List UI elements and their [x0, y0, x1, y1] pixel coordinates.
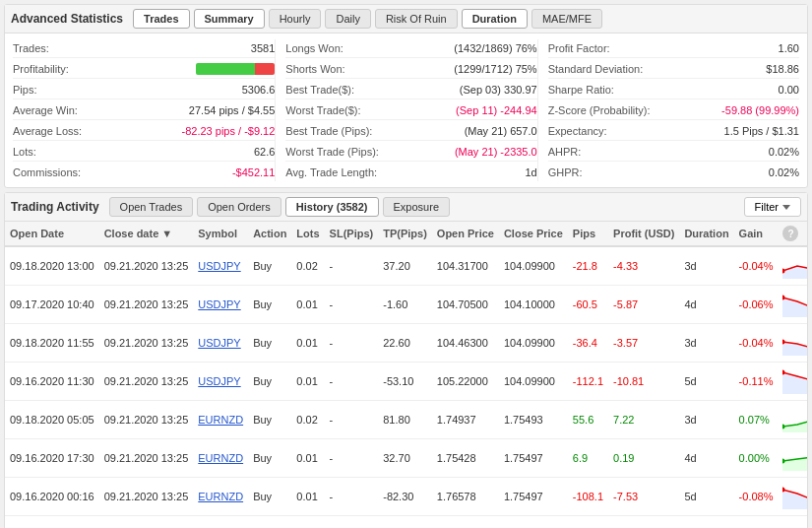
sparkline-chart: [782, 443, 807, 471]
col-open-price[interactable]: Open Price: [432, 222, 499, 246]
history-table-wrap: Open Date Close date ▼ Symbol Action Lot…: [5, 222, 807, 528]
col-gain[interactable]: Gain: [734, 222, 779, 246]
col-profit[interactable]: Profit (USD): [608, 222, 679, 246]
svg-marker-4: [782, 411, 807, 432]
stats-col-3: Profit Factor: 1.60 Standard Deviation: …: [537, 39, 799, 181]
table-row: 09.18.2020 13:00 09.21.2020 13:25 USDJPY…: [5, 246, 807, 286]
tab-mae-mfe[interactable]: MAE/MFE: [531, 9, 602, 29]
cell-tp: 22.60: [378, 324, 432, 363]
col-chart: ?: [778, 222, 807, 246]
tab-trades[interactable]: Trades: [133, 9, 189, 29]
cell-close-date: 09.21.2020 13:25: [99, 439, 194, 478]
cell-open-price: 0.69066: [432, 516, 499, 529]
table-row: 09.16.2020 11:30 09.21.2020 13:25 USDJPY…: [5, 363, 807, 401]
cell-open-price: 104.70500: [432, 286, 499, 324]
cell-sl: -: [325, 516, 379, 529]
tab-exposure[interactable]: Exposure: [383, 197, 450, 217]
cell-profit: 0.19: [608, 439, 679, 478]
col-open-date[interactable]: Open Date: [5, 222, 99, 246]
help-icon[interactable]: ?: [782, 226, 798, 241]
cell-open-date: 09.18.2020 13:00: [5, 246, 99, 286]
cell-sl: -: [325, 401, 379, 439]
cell-tp: 32.70: [378, 439, 432, 478]
cell-profit: -5.87: [608, 286, 679, 324]
bottom-tab-bar: Trading Activity Open Trades Open Orders…: [5, 193, 807, 222]
cell-open-date: 09.16.2020 00:16: [5, 478, 99, 516]
tab-risk-of-ruin[interactable]: Risk Of Ruin: [375, 9, 458, 29]
tab-hourly[interactable]: Hourly: [269, 9, 322, 29]
cell-lots: 0.02: [291, 246, 324, 286]
tab-open-trades[interactable]: Open Trades: [109, 197, 194, 217]
col-action[interactable]: Action: [248, 222, 291, 246]
col-lots[interactable]: Lots: [291, 222, 324, 246]
cell-close-price: 1.75497: [499, 439, 568, 478]
cell-lots: 0.01: [291, 286, 324, 324]
cell-action: Buy: [248, 478, 291, 516]
cell-open-date: 09.18.2020 05:05: [5, 401, 99, 439]
cell-sl: -: [325, 478, 379, 516]
tab-summary[interactable]: Summary: [194, 9, 265, 29]
cell-close-price: 1.75497: [499, 478, 568, 516]
col-duration[interactable]: Duration: [679, 222, 733, 246]
tab-history[interactable]: History (3582): [285, 197, 379, 217]
cell-duration: 3d: [679, 324, 733, 363]
cell-profit: -4.33: [608, 246, 679, 286]
col-close-date[interactable]: Close date ▼: [99, 222, 194, 246]
tab-open-orders[interactable]: Open Orders: [197, 197, 281, 217]
stat-expectancy: Expectancy: 1.5 Pips / $1.31: [548, 122, 799, 141]
stats-col-2: Longs Won: (1432/1869) 76% Shorts Won: (…: [275, 39, 536, 181]
table-row: 09.16.2020 17:30 09.21.2020 13:25 EURNZD…: [5, 439, 807, 478]
cell-tp: -1.60: [378, 286, 432, 324]
cell-symbol[interactable]: EURNZD: [193, 439, 248, 478]
stat-longs-won: Longs Won: (1432/1869) 76%: [285, 39, 536, 58]
cell-duration: 5d: [679, 363, 733, 401]
filter-button[interactable]: Filter: [744, 197, 801, 217]
bottom-panel-title: Trading Activity: [11, 200, 99, 214]
cell-gain: 0.07%: [734, 401, 779, 439]
stat-ghpr: GHPR: 0.02%: [548, 164, 799, 181]
cell-symbol[interactable]: USDJPY: [193, 246, 248, 286]
tab-duration[interactable]: Duration: [462, 9, 528, 29]
stat-worst-trade-pips: Worst Trade (Pips): (May 21) -2335.0: [285, 143, 536, 162]
tab-daily[interactable]: Daily: [325, 9, 370, 29]
stat-avg-trade-length: Avg. Trade Length: 1d: [285, 164, 536, 181]
cell-symbol[interactable]: USDJPY: [193, 363, 248, 401]
history-table: Open Date Close date ▼ Symbol Action Lot…: [5, 222, 807, 528]
cell-action: Buy: [248, 363, 291, 401]
cell-sparkline: [778, 401, 807, 439]
cell-open-price: 1.75428: [432, 439, 499, 478]
cell-action: Buy: [248, 516, 291, 529]
stat-trades: Trades: 3581: [13, 39, 275, 58]
table-row: 09.17.2020 10:40 09.21.2020 13:25 USDJPY…: [5, 286, 807, 324]
cell-tp: 37.20: [378, 246, 432, 286]
cell-duration: 5d: [679, 478, 733, 516]
cell-sparkline: [778, 478, 807, 516]
cell-symbol[interactable]: USDJPY: [193, 324, 248, 363]
cell-action: Buy: [248, 324, 291, 363]
cell-pips: -108.1: [568, 478, 608, 516]
sparkline-chart: [782, 482, 807, 509]
sparkline-chart: [782, 251, 807, 279]
stat-avg-win: Average Win: 27.54 pips / $4.55: [13, 101, 275, 120]
cell-open-price: 1.74937: [432, 401, 499, 439]
cell-tp: 81.80: [378, 401, 432, 439]
col-pips[interactable]: Pips: [568, 222, 608, 246]
cell-duration: 4d: [679, 439, 733, 478]
sparkline-chart: [782, 405, 807, 432]
col-close-price[interactable]: Close Price: [499, 222, 568, 246]
col-sl[interactable]: SL(Pips): [325, 222, 379, 246]
cell-symbol[interactable]: EURNZD: [193, 478, 248, 516]
cell-close-date: 09.21.2020 13:25: [99, 478, 194, 516]
cell-profit: -10.81: [608, 363, 679, 401]
col-tp[interactable]: TP(Pips): [378, 222, 432, 246]
cell-close-price: 1.75493: [499, 401, 568, 439]
stat-pips: Pips: 5306.6: [13, 81, 275, 99]
stat-std-dev: Standard Deviation: $18.86: [548, 60, 799, 79]
col-symbol[interactable]: Symbol: [193, 222, 248, 246]
cell-close-price: 104.09900: [499, 246, 568, 286]
cell-symbol[interactable]: EURNZD: [193, 401, 248, 439]
cell-symbol[interactable]: CADCHF: [193, 516, 248, 529]
cell-sparkline: [778, 324, 807, 363]
sparkline-chart: [782, 328, 807, 356]
cell-symbol[interactable]: USDJPY: [193, 286, 248, 324]
